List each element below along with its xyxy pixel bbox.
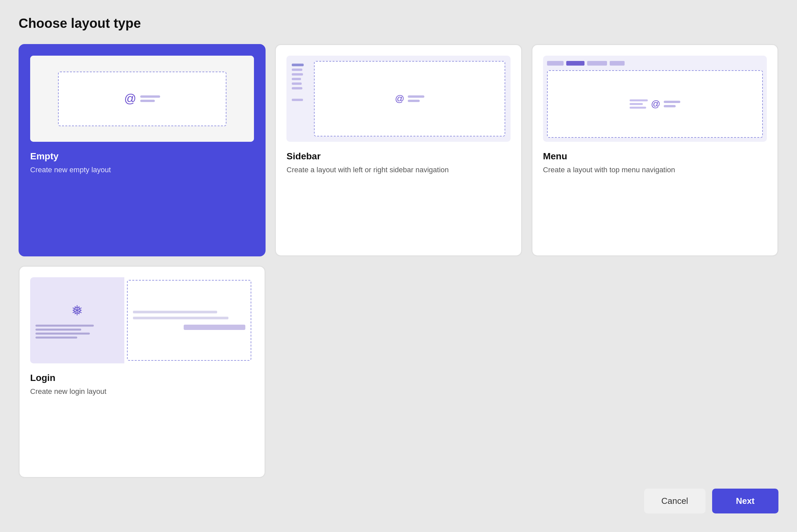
card-empty[interactable]: @ Empty Create new empty layout [19,44,266,256]
card-login[interactable]: ❅ Login Create new login layout [19,266,266,478]
sidebar-preview-wrapper: @ [287,56,510,142]
login-btn-preview [184,325,246,330]
login-left-panel: ❅ [30,277,124,363]
sidebar-card-title: Sidebar [287,151,510,162]
menu-top-bar [547,60,763,67]
card-sidebar[interactable]: @ Sidebar Create a layout with left or r… [275,44,522,256]
icon-lines [140,95,160,102]
sidebar-card-desc: Create a layout with left or right sideb… [287,165,510,175]
sidebar-content-area: @ [314,61,505,136]
login-right-panel [127,280,252,361]
bottom-bar: Cancel Next [19,478,778,513]
login-preview-wrapper: ❅ [30,277,254,363]
login-card-title: Login [30,373,254,383]
sidebar-left-nav [292,61,310,136]
menu-card-desc: Create a layout with top menu navigation [543,165,767,175]
menu-card-title: Menu [543,151,767,162]
page-title: Choose layout type [19,16,778,31]
fingerprint-icon: ❅ [71,302,83,319]
email-icon: @ [124,92,136,106]
empty-preview: @ [30,56,254,142]
layout-cards-grid: @ Empty Create new empty layout [19,44,778,478]
menu-preview-wrapper: @ [543,56,767,142]
menu-email-icon: @ [651,99,660,109]
next-button[interactable]: Next [712,489,778,513]
empty-card-desc: Create new empty layout [30,165,254,175]
card-menu[interactable]: @ Menu Create a layout with top menu nav… [531,44,778,256]
menu-content-area: @ [547,70,763,138]
empty-card-title: Empty [30,151,254,162]
sidebar-email-icon: @ [395,93,404,104]
login-card-desc: Create new login layout [30,386,254,397]
cancel-button[interactable]: Cancel [644,489,706,513]
